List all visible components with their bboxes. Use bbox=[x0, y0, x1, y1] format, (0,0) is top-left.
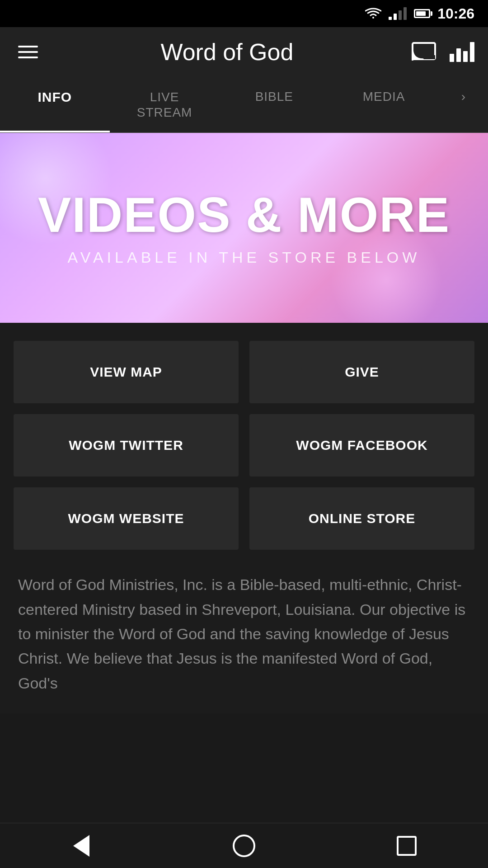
promo-banner: VIDEOS & MORE AVAILABLE IN THE STORE BEL… bbox=[0, 133, 488, 323]
top-bar: Word of God bbox=[0, 27, 488, 77]
cast-icon[interactable] bbox=[412, 42, 436, 62]
top-right-icons bbox=[412, 42, 474, 62]
banner-subtitle: AVAILABLE IN THE STORE BELOW bbox=[68, 249, 421, 266]
status-bar: 10:26 bbox=[0, 0, 488, 27]
wogm-website-button[interactable]: WOGM WEBSITE bbox=[14, 487, 239, 550]
stats-icon[interactable] bbox=[450, 42, 474, 62]
online-store-button[interactable]: ONLINE STORE bbox=[249, 487, 474, 550]
main-content: VIEW MAP GIVE WOGM TWITTER WOGM FACEBOOK… bbox=[0, 323, 488, 713]
tab-bible[interactable]: BIBLE bbox=[219, 77, 329, 132]
home-icon bbox=[233, 835, 255, 857]
banner-title: VIDEOS & MORE bbox=[38, 190, 450, 240]
status-icons: 10:26 bbox=[365, 5, 474, 22]
recents-icon bbox=[397, 836, 417, 856]
recents-button[interactable] bbox=[393, 832, 420, 859]
tab-livestream[interactable]: LIVESTREAM bbox=[110, 77, 220, 132]
wogm-facebook-button[interactable]: WOGM FACEBOOK bbox=[249, 414, 474, 476]
button-grid: VIEW MAP GIVE WOGM TWITTER WOGM FACEBOOK… bbox=[14, 341, 474, 550]
give-button[interactable]: GIVE bbox=[249, 341, 474, 403]
bottom-nav bbox=[0, 823, 488, 868]
hamburger-menu-button[interactable] bbox=[14, 41, 42, 63]
signal-icon bbox=[389, 7, 407, 20]
home-button[interactable] bbox=[230, 832, 258, 859]
back-icon bbox=[73, 835, 89, 857]
tab-media[interactable]: MEDIA bbox=[329, 77, 439, 132]
tab-more[interactable]: › bbox=[439, 77, 488, 132]
tab-info[interactable]: INFO bbox=[0, 77, 110, 132]
battery-icon bbox=[414, 9, 430, 18]
status-time: 10:26 bbox=[437, 5, 474, 22]
tab-bar: INFO LIVESTREAM BIBLE MEDIA › bbox=[0, 77, 488, 133]
ministry-description: Word of God Ministries, Inc. is a Bible-… bbox=[14, 572, 474, 695]
view-map-button[interactable]: VIEW MAP bbox=[14, 341, 239, 403]
wifi-icon bbox=[365, 8, 381, 19]
wogm-twitter-button[interactable]: WOGM TWITTER bbox=[14, 414, 239, 476]
back-button[interactable] bbox=[68, 832, 95, 859]
app-title: Word of God bbox=[161, 38, 294, 66]
